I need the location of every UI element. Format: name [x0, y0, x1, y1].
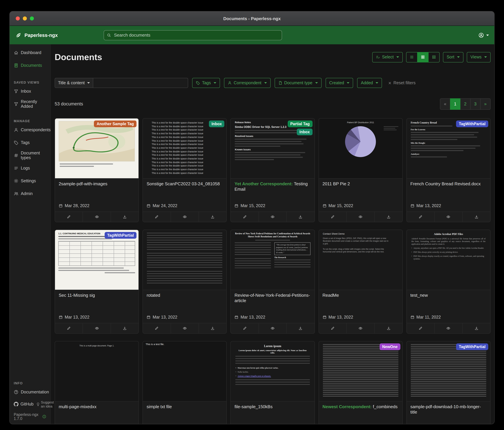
- sidebar-item-admin[interactable]: Admin: [10, 187, 50, 200]
- suggest-an-idea-link[interactable]: Suggest an idea: [36, 400, 54, 408]
- view-mode-grid-button[interactable]: [417, 52, 429, 62]
- edit-button[interactable]: [319, 323, 346, 333]
- sort-button[interactable]: Sort: [443, 52, 463, 62]
- filter-document-type-dropdown[interactable]: Document type: [274, 78, 321, 88]
- filter-text-input[interactable]: [93, 78, 188, 88]
- document-thumbnail[interactable]: Patient BP Distribution 2011: [319, 119, 402, 178]
- minimize-window-button[interactable]: [23, 17, 27, 20]
- document-thumbnail[interactable]: 1.1. CONTINUING MEDICAL EDUCATION TagWit…: [55, 230, 138, 290]
- document-title[interactable]: French Country Bread Revised.docx: [410, 181, 486, 187]
- preview-button[interactable]: [259, 212, 287, 222]
- view-mode-detail-button[interactable]: [428, 52, 440, 62]
- sidebar-item-github[interactable]: GitHub: [14, 402, 34, 406]
- global-search[interactable]: [104, 30, 282, 40]
- document-title[interactable]: rotated: [146, 293, 223, 298]
- document-title[interactable]: multi-page-mixedxx: [59, 404, 135, 410]
- edit-button[interactable]: [319, 212, 346, 222]
- document-title[interactable]: 2011 BP Pie 2: [323, 181, 398, 187]
- sidebar-item-recently-added[interactable]: Recently Added: [10, 98, 50, 111]
- document-thumbnail[interactable]: Release Notes Simba ODBC Driver for SQL …: [231, 119, 314, 178]
- filter-tags-dropdown[interactable]: Tags: [192, 78, 220, 88]
- document-thumbnail[interactable]: Another Sample Tag: [55, 119, 138, 178]
- download-button[interactable]: [286, 212, 314, 222]
- download-button[interactable]: [374, 323, 402, 333]
- tag-badge[interactable]: Inbox: [209, 121, 224, 127]
- document-title[interactable]: Newest Correspondent: f_combineds: [323, 404, 398, 410]
- download-button[interactable]: [111, 212, 139, 222]
- brand[interactable]: Paperless-ngx: [15, 32, 104, 38]
- document-title[interactable]: ReadMe: [323, 293, 398, 298]
- download-button[interactable]: [462, 323, 490, 333]
- select-button[interactable]: Select: [372, 52, 403, 62]
- document-title[interactable]: sample-pdf-download-10-mb-longer-title: [410, 404, 486, 415]
- filter-added-dropdown[interactable]: Added: [357, 78, 382, 88]
- preview-button[interactable]: [171, 323, 198, 333]
- sidebar-item-settings[interactable]: Settings: [10, 175, 50, 187]
- pagination-page-2[interactable]: 2: [460, 98, 470, 110]
- edit-button[interactable]: [231, 212, 259, 222]
- document-title[interactable]: Sonstige ScanPC2022 03-24_081058: [146, 181, 223, 187]
- edit-button[interactable]: [231, 323, 259, 333]
- sidebar-item-tags[interactable]: Tags: [10, 136, 50, 149]
- document-title[interactable]: file-sample_150kBs: [234, 404, 311, 410]
- tag-badge[interactable]: Another Sample Tag: [94, 121, 136, 127]
- edit-button[interactable]: [143, 323, 171, 333]
- view-mode-list-button[interactable]: [406, 52, 417, 62]
- document-title[interactable]: Review-of-New-York-Federal-Petitions-art…: [234, 293, 311, 303]
- tag-badge[interactable]: Partial Tag: [288, 121, 312, 127]
- preview-button[interactable]: [83, 212, 111, 222]
- edit-button[interactable]: [407, 323, 434, 333]
- pagination-last-button[interactable]: »: [480, 98, 491, 110]
- download-button[interactable]: [462, 212, 490, 222]
- download-button[interactable]: [198, 323, 226, 333]
- preview-button[interactable]: [346, 323, 374, 333]
- document-thumbnail[interactable]: Review of New York Federal Petitions for…: [231, 230, 314, 290]
- reset-filters-button[interactable]: Reset filters: [388, 81, 416, 85]
- document-thumbnail[interactable]: [143, 230, 226, 290]
- download-button[interactable]: [374, 212, 402, 222]
- correspondent-link[interactable]: Yet Another Correspondent:: [234, 181, 293, 186]
- preview-button[interactable]: [434, 212, 462, 222]
- pagination-page-3[interactable]: 3: [470, 98, 480, 110]
- filter-correspondent-dropdown[interactable]: Correspondent: [224, 78, 270, 88]
- preview-button[interactable]: [434, 323, 462, 333]
- pagination-first-button[interactable]: «: [440, 98, 450, 110]
- sidebar-item-documents[interactable]: Documents: [10, 59, 50, 72]
- document-thumbnail[interactable]: This is a test file.: [143, 341, 226, 402]
- download-button[interactable]: [111, 323, 139, 333]
- sidebar-item-documentation[interactable]: Documentation: [10, 386, 50, 398]
- download-button[interactable]: [286, 323, 314, 333]
- pagination-page-1[interactable]: 1: [450, 98, 460, 110]
- document-thumbnail[interactable]: This is a multi page document. Page 1.: [55, 341, 138, 402]
- document-title[interactable]: simple txt file: [146, 404, 223, 410]
- document-thumbnail[interactable]: This is a test for the double space char…: [143, 119, 226, 178]
- correspondent-link[interactable]: Newest Correspondent:: [323, 404, 371, 409]
- tag-badge[interactable]: TagWithPartial: [456, 343, 488, 350]
- sidebar-item-correspondents[interactable]: Correspondents: [10, 123, 50, 136]
- edit-button[interactable]: [143, 212, 171, 222]
- user-menu[interactable]: [478, 32, 489, 38]
- preview-button[interactable]: [171, 212, 198, 222]
- close-window-button[interactable]: [16, 17, 20, 20]
- document-title[interactable]: Yet Another Correspondent: Testing Email: [234, 181, 311, 192]
- tag-badge[interactable]: Inbox: [297, 129, 312, 135]
- preview-button[interactable]: [259, 323, 287, 333]
- preview-button[interactable]: [346, 212, 374, 222]
- document-thumbnail[interactable]: French Country Bread For the Leaven: Mix…: [407, 119, 490, 178]
- sidebar-item-dashboard[interactable]: Dashboard: [10, 46, 50, 59]
- zoom-window-button[interactable]: [30, 17, 34, 20]
- document-title[interactable]: test_new: [410, 293, 486, 298]
- edit-button[interactable]: [55, 323, 83, 333]
- document-thumbnail[interactable]: Adobe Acrobat PDF Files Adobe® Portable …: [407, 230, 490, 290]
- document-thumbnail[interactable]: Contact Sheet Demo Given a set of image …: [319, 230, 402, 290]
- global-search-input[interactable]: [113, 32, 279, 38]
- document-thumbnail[interactable]: TagWithPartial: [407, 341, 490, 402]
- sidebar-item-inbox[interactable]: Inbox: [10, 85, 50, 98]
- edit-button[interactable]: [407, 212, 434, 222]
- edit-button[interactable]: [55, 212, 83, 222]
- views-button[interactable]: Views: [467, 52, 491, 62]
- document-thumbnail[interactable]: Lorem ipsum Lorem ipsum dolor sit amet, …: [231, 341, 314, 402]
- tag-badge[interactable]: TagWithPartial: [456, 121, 488, 127]
- sidebar-item-logs[interactable]: Logs: [10, 162, 50, 175]
- titlebar[interactable]: Documents - Paperless-ngx: [10, 11, 494, 26]
